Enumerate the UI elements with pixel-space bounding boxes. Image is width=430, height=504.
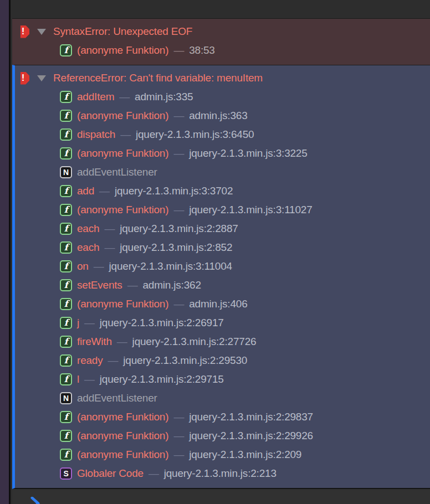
stack-frame-row[interactable]: f add — jquery-2.1.3.min.js:3:3702: [15, 182, 430, 200]
frame-location-link[interactable]: jquery-2.1.3.min.js:2:213: [164, 467, 277, 480]
frame-location-link[interactable]: jquery-2.1.3.min.js:3:3702: [115, 185, 233, 197]
frame-function-name: (anonyme Funktion): [77, 298, 168, 310]
frame-location-link[interactable]: admin.js:362: [142, 279, 201, 291]
error-badge-icon: !: [17, 72, 29, 85]
function-icon: f: [60, 411, 72, 423]
frame-function-name: addEventListener: [77, 166, 157, 178]
function-icon: f: [60, 223, 72, 235]
frame-function-name: addEventListener: [77, 392, 157, 404]
console-prompt-area[interactable]: [12, 489, 430, 504]
frame-function-name: fireWith: [77, 336, 112, 348]
error-title: ReferenceError: Can't find variable: men…: [53, 72, 263, 84]
function-icon: f: [60, 336, 72, 348]
function-icon: f: [60, 128, 72, 141]
stack-frame-row[interactable]: S Globaler Code — jquery-2.1.3.min.js:2:…: [15, 464, 430, 483]
stack-frame-row[interactable]: f (anonyme Funktion) — jquery-2.1.3.min.…: [15, 144, 430, 163]
frame-location-link[interactable]: jquery-2.1.3.min.js:3:3225: [189, 147, 307, 160]
console-messages-area: ! SyntaxError: Unexpected EOF f (anonyme…: [12, 0, 430, 504]
frame-function-name: on: [77, 260, 89, 272]
frame-function-name: ready: [77, 354, 103, 367]
frame-function-name: (anonyme Funktion): [77, 44, 168, 56]
stack-frame-row[interactable]: f on — jquery-2.1.3.min.js:3:11004: [15, 257, 430, 276]
function-icon: f: [60, 354, 72, 367]
frame-separator: —: [94, 260, 104, 272]
stack-trace-list: f addItem — admin.js:335 f (anonyme Funk…: [15, 88, 430, 483]
stack-frame-row[interactable]: f addItem — admin.js:335: [15, 88, 430, 106]
stack-frame-row[interactable]: f (anonyme Funktion) — jquery-2.1.3.min.…: [15, 426, 430, 445]
stack-frame-row[interactable]: f j — jquery-2.1.3.min.js:2:26917: [15, 313, 430, 332]
frame-function-name: (anonyme Funktion): [77, 204, 168, 216]
stack-frame-row[interactable]: f (anonyme Funktion) — 38:53: [12, 41, 430, 60]
function-icon: f: [60, 147, 72, 160]
stack-frame-row[interactable]: f (anonyme Funktion) — admin.js:363: [15, 106, 430, 125]
frame-function-name: (anonyme Funktion): [77, 147, 168, 160]
script-icon: S: [60, 467, 72, 480]
stack-frame-row[interactable]: f (anonyme Funktion) — jquery-2.1.3.min.…: [15, 200, 430, 219]
stack-frame-row[interactable]: N addEventListener: [15, 389, 430, 408]
function-icon: f: [60, 317, 72, 329]
frame-separator: —: [173, 44, 184, 56]
stack-frame-row[interactable]: f each — jquery-2.1.3.min.js:2:2887: [15, 219, 430, 238]
frame-function-name: (anonyme Funktion): [77, 110, 168, 122]
frame-function-name: setEvents: [77, 279, 122, 291]
frame-location-link[interactable]: jquery-2.1.3.min.js:2:29837: [189, 411, 313, 423]
left-gutter: [0, 0, 11, 504]
frame-separator: —: [127, 279, 138, 291]
function-icon: f: [60, 204, 72, 216]
frame-location-link[interactable]: 38:53: [189, 44, 215, 56]
stack-frame-row[interactable]: f dispatch — jquery-2.1.3.min.js:3:6450: [15, 125, 430, 144]
function-icon: f: [60, 260, 72, 272]
disclosure-triangle-icon[interactable]: [37, 75, 46, 81]
error-group-header[interactable]: ! SyntaxError: Unexpected EOF: [12, 22, 430, 41]
frame-location-link[interactable]: jquery-2.1.3.min.js:3:11027: [189, 204, 312, 216]
error-group-reference-error: ! ReferenceError: Can't find variable: m…: [12, 65, 430, 489]
frame-location-link[interactable]: jquery-2.1.3.min.js:2:26917: [100, 317, 224, 329]
error-group-header[interactable]: ! ReferenceError: Can't find variable: m…: [15, 69, 430, 88]
frame-location-link[interactable]: jquery-2.1.3.min.js:2:29530: [123, 354, 247, 367]
frame-location-link[interactable]: jquery-2.1.3.min.js:2:29926: [189, 430, 313, 442]
frame-location-link[interactable]: jquery-2.1.3.min.js:2:29715: [100, 373, 224, 385]
frame-separator: —: [104, 241, 115, 254]
frame-location-link[interactable]: admin.js:335: [135, 91, 193, 103]
function-icon: f: [60, 185, 72, 197]
frame-separator: —: [173, 411, 184, 423]
frame-function-name: (anonyme Funktion): [77, 449, 168, 461]
frame-location-link[interactable]: admin.js:363: [189, 110, 247, 122]
disclosure-triangle-icon[interactable]: [37, 29, 46, 35]
frame-function-name: each: [77, 241, 99, 254]
native-icon: N: [60, 392, 72, 404]
stack-frame-row[interactable]: f l — jquery-2.1.3.min.js:2:29715: [15, 370, 430, 389]
frame-separator: —: [173, 449, 184, 461]
frame-location-link[interactable]: jquery-2.1.3.min.js:2:852: [120, 241, 232, 254]
stack-frame-row[interactable]: f setEvents — admin.js:362: [15, 276, 430, 295]
frame-location-link[interactable]: jquery-2.1.3.min.js:2:27726: [132, 336, 257, 348]
function-icon: f: [60, 241, 72, 254]
stack-frame-row[interactable]: f (anonyme Funktion) — jquery-2.1.3.min.…: [15, 408, 430, 426]
function-icon: f: [60, 373, 72, 385]
error-title: SyntaxError: Unexpected EOF: [53, 25, 192, 38]
function-icon: f: [60, 430, 72, 442]
stack-frame-row[interactable]: f each — jquery-2.1.3.min.js:2:852: [15, 238, 430, 257]
frame-location-link[interactable]: jquery-2.1.3.min.js:3:6450: [136, 128, 254, 141]
frame-location-link[interactable]: jquery-2.1.3.min.js:2:2887: [120, 223, 238, 235]
frame-function-name: each: [77, 223, 99, 235]
stack-frame-row[interactable]: N addEventListener: [15, 163, 430, 182]
frame-separator: —: [173, 430, 184, 442]
function-icon: f: [60, 298, 72, 310]
function-icon: f: [60, 449, 72, 461]
frame-function-name: dispatch: [77, 128, 115, 141]
stack-frame-row[interactable]: f ready — jquery-2.1.3.min.js:2:29530: [15, 351, 430, 370]
frame-separator: —: [173, 298, 184, 310]
frame-location-link[interactable]: jquery-2.1.3.min.js:2:209: [189, 449, 301, 461]
frame-location-link[interactable]: jquery-2.1.3.min.js:3:11004: [109, 260, 232, 272]
native-icon: N: [60, 166, 72, 178]
frame-separator: —: [99, 185, 110, 197]
frame-separator: —: [173, 110, 184, 122]
frame-location-link[interactable]: admin.js:406: [189, 298, 247, 310]
frame-function-name: l: [77, 373, 79, 385]
error-badge-icon: !: [17, 25, 29, 38]
stack-frame-row[interactable]: f (anonyme Funktion) — jquery-2.1.3.min.…: [15, 445, 430, 464]
stack-frame-row[interactable]: f (anonyme Funktion) — admin.js:406: [15, 295, 430, 313]
stack-frame-row[interactable]: f fireWith — jquery-2.1.3.min.js:2:27726: [15, 332, 430, 351]
frame-separator: —: [84, 317, 95, 329]
